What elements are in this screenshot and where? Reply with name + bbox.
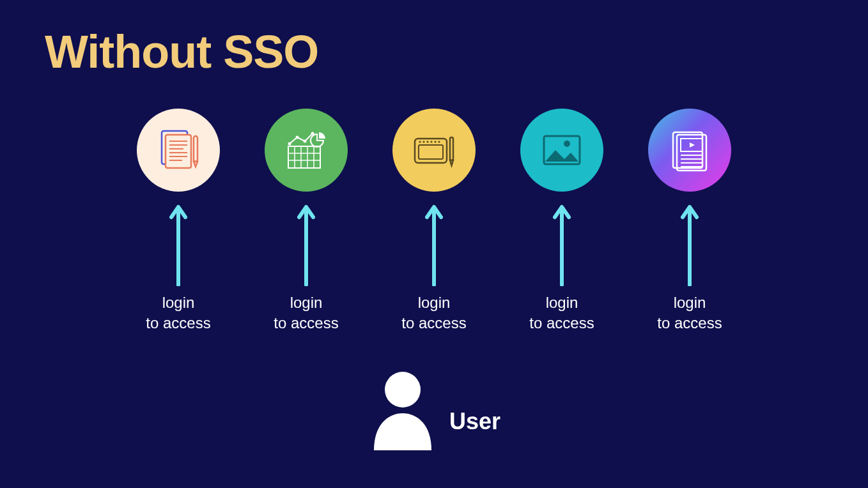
media-player-icon — [648, 109, 731, 192]
app-analytics: login to access — [261, 109, 351, 334]
documents-pen-icon — [137, 109, 220, 192]
svg-rect-23 — [419, 145, 443, 159]
user-label: User — [449, 408, 500, 435]
app-caption: login to access — [657, 293, 722, 334]
app-documents: login to access — [134, 109, 223, 334]
user-icon — [368, 367, 438, 450]
svg-point-17 — [288, 142, 291, 146]
analytics-chart-icon — [265, 109, 348, 192]
app-media: login to access — [645, 109, 734, 334]
arrow-up-icon — [552, 203, 571, 286]
app-drawing: login to access — [389, 109, 479, 334]
app-caption: login to access — [529, 293, 594, 334]
svg-point-27 — [431, 141, 433, 143]
svg-rect-10 — [288, 146, 320, 168]
arrow-up-icon — [169, 203, 188, 286]
svg-point-24 — [419, 141, 421, 143]
svg-rect-8 — [194, 136, 198, 162]
app-caption: login to access — [274, 293, 338, 334]
user-block: User — [0, 367, 868, 450]
image-photo-icon — [520, 109, 603, 192]
svg-rect-30 — [450, 137, 453, 160]
svg-point-29 — [438, 141, 440, 143]
app-caption: login to access — [146, 293, 210, 334]
svg-rect-1 — [166, 135, 191, 168]
svg-point-33 — [564, 141, 570, 147]
arrow-up-icon — [297, 203, 316, 286]
svg-point-25 — [423, 141, 425, 143]
arrow-up-icon — [680, 203, 699, 286]
svg-point-26 — [427, 141, 429, 143]
svg-point-45 — [385, 372, 421, 408]
app-caption: login to access — [401, 293, 466, 334]
drawing-tablet-icon — [392, 109, 476, 192]
svg-point-18 — [296, 136, 299, 139]
svg-point-28 — [435, 141, 437, 143]
apps-row: login to access — [0, 109, 868, 334]
arrow-up-icon — [424, 203, 444, 286]
app-image: login to access — [517, 109, 607, 334]
slide-title: Without SSO — [45, 26, 318, 78]
svg-point-19 — [304, 140, 307, 143]
